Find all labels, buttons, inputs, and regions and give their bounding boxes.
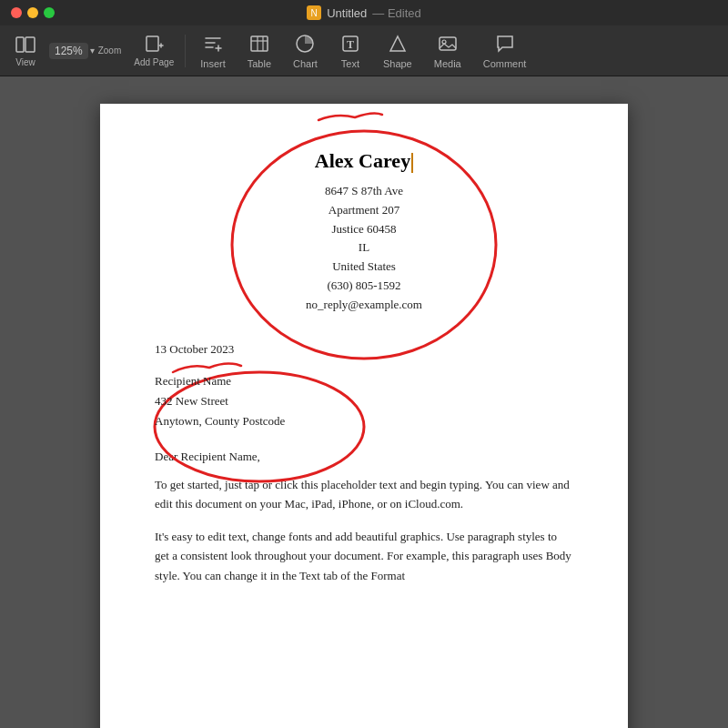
comment-button[interactable]: Comment <box>472 29 538 73</box>
document-area: Alex Carey 8647 S 87th Ave Apartment 207… <box>0 76 728 728</box>
media-label: Media <box>434 58 461 69</box>
insert-label: Insert <box>200 58 226 69</box>
comment-label: Comment <box>483 58 527 69</box>
text-label: Text <box>341 58 359 69</box>
letter-body-2[interactable]: It's easy to edit text, change fonts and… <box>155 527 573 585</box>
svg-rect-0 <box>16 37 24 52</box>
add-page-button[interactable]: Add Page <box>126 30 181 71</box>
view-button[interactable]: View <box>7 30 44 71</box>
shape-icon <box>387 33 409 55</box>
recipient-block[interactable]: Recipient Name 432 New Street Anytown, C… <box>155 371 573 431</box>
toolbar: View 125% ▾ Zoom Add Page <box>0 25 728 76</box>
chart-label: Chart <box>293 58 318 69</box>
svg-rect-17 <box>440 37 456 50</box>
divider-1 <box>185 35 186 67</box>
svg-rect-1 <box>25 37 35 52</box>
recipient-street: 432 New Street <box>155 391 573 411</box>
svg-rect-10 <box>251 36 268 51</box>
app-icon: N <box>307 5 321 20</box>
recipient-name: Recipient Name <box>155 371 573 391</box>
media-button[interactable]: Media <box>423 29 472 73</box>
view-label: View <box>15 57 35 67</box>
fullscreen-button[interactable] <box>44 7 55 18</box>
insert-icon <box>202 33 224 55</box>
traffic-lights <box>11 7 55 18</box>
text-button[interactable]: T Text <box>329 29 372 73</box>
recipient-city: Anytown, County Postcode <box>155 411 573 431</box>
sender-address: 8647 S 87th Ave Apartment 207 Justice 60… <box>155 182 573 315</box>
table-label: Table <box>248 58 271 69</box>
letter-body-1[interactable]: To get started, just tap or click this p… <box>155 475 573 514</box>
insert-button[interactable]: Insert <box>189 29 237 73</box>
view-icon <box>15 34 36 56</box>
comment-icon <box>494 33 516 55</box>
chart-button[interactable]: Chart <box>282 29 329 73</box>
sender-block: Alex Carey 8647 S 87th Ave Apartment 207… <box>155 149 573 315</box>
shape-label: Shape <box>383 58 412 69</box>
media-icon <box>437 33 459 55</box>
window-subtitle: — Edited <box>372 6 421 20</box>
window-title: Untitled <box>327 6 367 20</box>
window-title-area: N Untitled — Edited <box>307 5 421 20</box>
minimize-button[interactable] <box>27 7 38 18</box>
svg-rect-2 <box>147 36 158 51</box>
add-page-label: Add Page <box>134 57 174 67</box>
close-button[interactable] <box>11 7 22 18</box>
letter-greeting[interactable]: Dear Recipient Name, <box>155 450 573 464</box>
sender-name[interactable]: Alex Carey <box>315 149 413 173</box>
chart-icon <box>294 33 316 55</box>
zoom-label: Zoom <box>98 46 122 56</box>
title-bar: N Untitled — Edited <box>0 0 728 25</box>
zoom-group[interactable]: 125% ▾ Zoom <box>44 39 126 63</box>
zoom-chevron: ▾ <box>90 46 95 56</box>
svg-text:T: T <box>347 38 354 51</box>
page[interactable]: Alex Carey 8647 S 87th Ave Apartment 207… <box>100 104 628 728</box>
date-line[interactable]: 13 October 2023 <box>155 342 573 357</box>
table-button[interactable]: Table <box>237 29 282 73</box>
add-page-icon <box>143 34 165 56</box>
text-icon: T <box>339 33 361 55</box>
shape-button[interactable]: Shape <box>372 29 423 73</box>
text-cursor <box>411 153 413 173</box>
table-icon <box>248 33 270 55</box>
zoom-value[interactable]: 125% <box>49 43 88 59</box>
